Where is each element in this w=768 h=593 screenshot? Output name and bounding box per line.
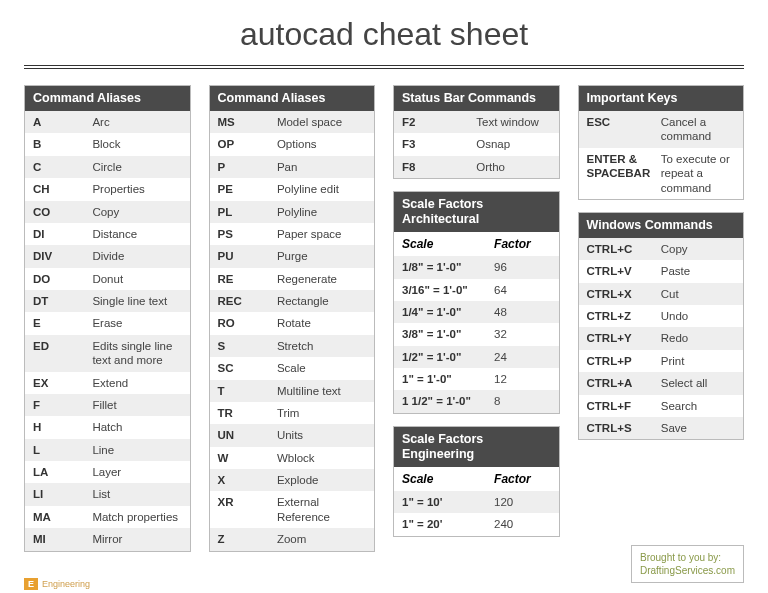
key-cell: 3/16" = 1'-0" bbox=[402, 283, 494, 297]
value-cell: Select all bbox=[661, 376, 735, 390]
value-cell: Model space bbox=[277, 115, 366, 129]
table-row: 1" = 1'-0"12 bbox=[394, 368, 559, 390]
sub-scale: Scale bbox=[402, 472, 494, 486]
value-cell: 240 bbox=[494, 517, 550, 531]
rows: 1" = 10'1201" = 20'240 bbox=[394, 491, 559, 536]
status-bar-commands: Status Bar Commands F2Text windowF3Osnap… bbox=[393, 85, 560, 179]
value-cell: Arc bbox=[92, 115, 181, 129]
value-cell: Purge bbox=[277, 249, 366, 263]
key-cell: H bbox=[33, 420, 92, 434]
subheader: Scale Factor bbox=[394, 467, 559, 491]
table-row: FFillet bbox=[25, 394, 190, 416]
table-row: 1" = 20'240 bbox=[394, 513, 559, 535]
key-cell: EX bbox=[33, 376, 92, 390]
key-cell: Z bbox=[218, 532, 277, 546]
value-cell: Distance bbox=[92, 227, 181, 241]
table-row: OPOptions bbox=[210, 133, 375, 155]
table-row: HHatch bbox=[25, 416, 190, 438]
credit-line2: DraftingServices.com bbox=[640, 564, 735, 577]
important-keys: Important Keys ESCCancel a commandENTER … bbox=[578, 85, 745, 200]
credit-line1: Brought to you by: bbox=[640, 551, 735, 564]
rule-bottom bbox=[24, 68, 744, 69]
key-cell: F8 bbox=[402, 160, 476, 174]
table-row: PLPolyline bbox=[210, 201, 375, 223]
key-cell: MS bbox=[218, 115, 277, 129]
table-row: LALayer bbox=[25, 461, 190, 483]
scale-factors-architectural: Scale Factors Architectural Scale Factor… bbox=[393, 191, 560, 414]
table-row: XExplode bbox=[210, 469, 375, 491]
table-row: CHProperties bbox=[25, 178, 190, 200]
value-cell: 8 bbox=[494, 394, 550, 408]
key-cell: B bbox=[33, 137, 92, 151]
value-cell: Zoom bbox=[277, 532, 366, 546]
page-footer: EEngineering bbox=[24, 579, 90, 589]
key-cell: CO bbox=[33, 205, 92, 219]
rows: MSModel spaceOPOptionsPPanPEPolyline edi… bbox=[210, 111, 375, 551]
key-cell: 1/4" = 1'-0" bbox=[402, 305, 494, 319]
table-row: XRExternal Reference bbox=[210, 491, 375, 528]
key-cell: 1" = 10' bbox=[402, 495, 494, 509]
windows-commands: Windows Commands CTRL+CCopyCTRL+VPasteCT… bbox=[578, 212, 745, 440]
subheader: Scale Factor bbox=[394, 232, 559, 256]
table-row: DIVDivide bbox=[25, 245, 190, 267]
key-cell: P bbox=[218, 160, 277, 174]
table-row: MAMatch properties bbox=[25, 506, 190, 528]
key-cell: A bbox=[33, 115, 92, 129]
key-cell: 3/8" = 1'-0" bbox=[402, 327, 494, 341]
value-cell: List bbox=[92, 487, 181, 501]
column-3: Status Bar Commands F2Text windowF3Osnap… bbox=[393, 85, 560, 583]
value-cell: Search bbox=[661, 399, 735, 413]
sub-factor: Factor bbox=[494, 237, 550, 251]
key-cell: F2 bbox=[402, 115, 476, 129]
value-cell: Undo bbox=[661, 309, 735, 323]
table-row: CTRL+YRedo bbox=[579, 327, 744, 349]
value-cell: Redo bbox=[661, 331, 735, 345]
value-cell: 24 bbox=[494, 350, 550, 364]
table-row: ESCCancel a command bbox=[579, 111, 744, 148]
value-cell: Wblock bbox=[277, 451, 366, 465]
table-row: F3Osnap bbox=[394, 133, 559, 155]
key-cell: CTRL+X bbox=[587, 287, 661, 301]
key-cell: OP bbox=[218, 137, 277, 151]
value-cell: Match properties bbox=[92, 510, 181, 524]
key-cell: PS bbox=[218, 227, 277, 241]
table-row: 1" = 10'120 bbox=[394, 491, 559, 513]
key-cell: MA bbox=[33, 510, 92, 524]
table-row: CTRL+FSearch bbox=[579, 395, 744, 417]
key-cell: 1/8" = 1'-0" bbox=[402, 260, 494, 274]
table-row: LIList bbox=[25, 483, 190, 505]
value-cell: Text window bbox=[476, 115, 550, 129]
column-1: Command Aliases AArcBBlockCCircleCHPrope… bbox=[24, 85, 191, 583]
column-2: Command Aliases MSModel spaceOPOptionsPP… bbox=[209, 85, 376, 583]
table-row: EXExtend bbox=[25, 372, 190, 394]
table-row: RORotate bbox=[210, 312, 375, 334]
key-cell: DO bbox=[33, 272, 92, 286]
value-cell: Polyline bbox=[277, 205, 366, 219]
sub-scale: Scale bbox=[402, 237, 494, 251]
value-cell: 64 bbox=[494, 283, 550, 297]
value-cell: Options bbox=[277, 137, 366, 151]
box-header: Command Aliases bbox=[210, 86, 375, 111]
box-header: Command Aliases bbox=[25, 86, 190, 111]
table-row: 1 1/2" = 1'-0"8 bbox=[394, 390, 559, 412]
key-cell: MI bbox=[33, 532, 92, 546]
key-cell: LA bbox=[33, 465, 92, 479]
value-cell: Edits single line text and more bbox=[92, 339, 181, 368]
table-row: 1/8" = 1'-0"96 bbox=[394, 256, 559, 278]
value-cell: Extend bbox=[92, 376, 181, 390]
table-row: CTRL+ASelect all bbox=[579, 372, 744, 394]
column-4: Important Keys ESCCancel a commandENTER … bbox=[578, 85, 745, 583]
value-cell: Paste bbox=[661, 264, 735, 278]
key-cell: PU bbox=[218, 249, 277, 263]
table-row: PPan bbox=[210, 156, 375, 178]
value-cell: Paper space bbox=[277, 227, 366, 241]
value-cell: Block bbox=[92, 137, 181, 151]
table-row: EDEdits single line text and more bbox=[25, 335, 190, 372]
box-header: Scale Factors Architectural bbox=[394, 192, 559, 232]
value-cell: Copy bbox=[661, 242, 735, 256]
table-row: SCScale bbox=[210, 357, 375, 379]
value-cell: Erase bbox=[92, 316, 181, 330]
box-header: Status Bar Commands bbox=[394, 86, 559, 111]
rule-top bbox=[24, 65, 744, 66]
credit-box: Brought to you by: DraftingServices.com bbox=[631, 545, 744, 583]
